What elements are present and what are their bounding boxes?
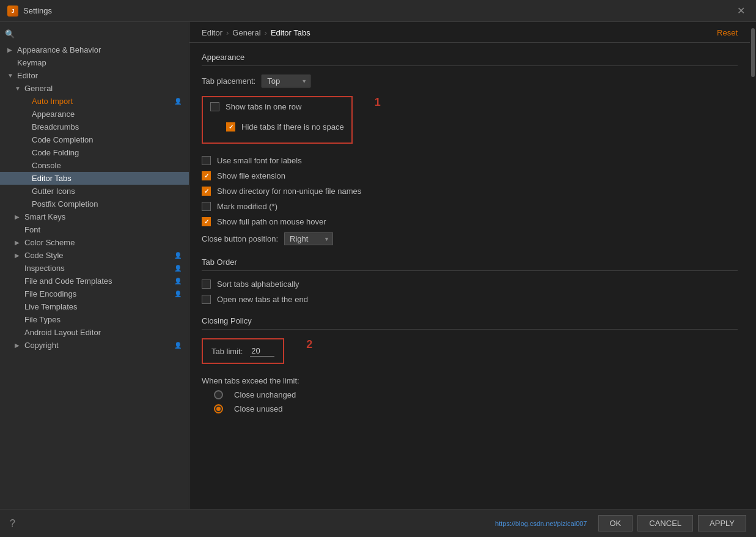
sidebar-item-label: Font [24, 225, 40, 234]
close-unchanged-radio[interactable] [214, 390, 223, 399]
breadcrumb: Editor › General › Editor Tabs [202, 28, 310, 37]
show-file-ext-row: Show file extension [202, 171, 738, 180]
show-file-ext-label: Show file extension [217, 171, 285, 180]
sidebar-item-appearance-behavior[interactable]: ▶ Appearance & Behavior [0, 43, 189, 56]
window-title: Settings [23, 6, 52, 15]
sidebar-item-label: Console [32, 161, 61, 170]
person-icon: 👤 [174, 265, 182, 272]
annotation-1: 1 [375, 96, 381, 109]
arrow-icon: ▶ [7, 46, 15, 53]
help-symbol: ? [10, 518, 15, 528]
closing-policy-section-title: Closing Policy [202, 316, 738, 330]
breadcrumb-sep-2: › [265, 28, 267, 37]
sidebar-item-code-folding[interactable]: Code Folding [0, 146, 189, 159]
show-directory-label: Show directory for non-unique file names [217, 187, 361, 196]
arrow-icon: ▶ [15, 239, 22, 246]
open-new-at-end-checkbox[interactable] [202, 295, 211, 304]
use-small-font-label: Use small font for labels [217, 156, 302, 165]
person-icon: 👤 [174, 98, 182, 105]
annotation-2: 2 [306, 338, 312, 351]
tab-order-section-title: Tab Order [202, 257, 738, 271]
tab-placement-label: Tab placement: [202, 76, 255, 86]
sidebar-item-keymap[interactable]: Keymap [0, 56, 189, 69]
sidebar-item-editor[interactable]: ▼ Editor [0, 69, 189, 82]
sidebar-item-smart-keys[interactable]: ▶ Smart Keys [0, 210, 189, 223]
sidebar-item-label: Editor [17, 71, 38, 80]
close-button[interactable]: ✕ [733, 4, 749, 18]
sidebar-item-live-templates[interactable]: Live Templates [0, 300, 189, 313]
content-body: Appearance Tab placement: Top Bottom Lef… [189, 43, 750, 429]
app-icon: J [7, 6, 18, 17]
tab-limit-label: Tab limit: [211, 347, 243, 356]
sidebar-item-label: Color Scheme [24, 238, 75, 247]
main-layout: 🔍 ▶ Appearance & Behavior Keymap ▼ Edito… [0, 22, 756, 509]
apply-button[interactable]: APPLY [698, 515, 746, 531]
search-bar[interactable]: 🔍 [0, 27, 189, 43]
sort-alpha-checkbox[interactable] [202, 280, 211, 289]
sidebar-item-general[interactable]: ▼ General [0, 82, 189, 95]
arrow-icon: ▼ [7, 72, 15, 79]
when-exceed-label: When tabs exceed the limit: [202, 376, 738, 385]
tab-placement-row: Tab placement: Top Bottom Left Right [202, 75, 738, 87]
person-icon: 👤 [174, 278, 182, 284]
hide-tabs-checkbox[interactable] [226, 122, 235, 131]
mark-modified-label: Mark modified (*) [217, 202, 277, 211]
watermark-text: https://blog.csdn.net/pizicai007 [495, 520, 587, 527]
appearance-section-title: Appearance [202, 53, 738, 66]
sidebar-item-label: Auto Import [32, 97, 73, 106]
sidebar-item-console[interactable]: Console [0, 159, 189, 172]
show-full-path-checkbox[interactable] [202, 217, 211, 226]
open-new-at-end-row: Open new tabs at the end [202, 295, 738, 304]
open-new-at-end-label: Open new tabs at the end [217, 295, 308, 304]
sidebar-item-color-scheme[interactable]: ▶ Color Scheme [0, 236, 189, 249]
sidebar-item-label: File Types [24, 315, 61, 324]
sidebar-item-inspections[interactable]: Inspections 👤 [0, 262, 189, 275]
search-icon: 🔍 [5, 29, 15, 39]
help-icon[interactable]: ? [10, 518, 15, 529]
use-small-font-checkbox[interactable] [202, 156, 211, 165]
close-position-label: Close button position: [202, 234, 278, 243]
breadcrumb-part-2: General [232, 28, 260, 37]
sidebar-item-label: Breadcrumbs [32, 122, 79, 131]
sidebar-item-breadcrumbs[interactable]: Breadcrumbs [0, 120, 189, 133]
hide-tabs-label: Hide tabs if there is no space [241, 122, 344, 131]
close-position-select[interactable]: Right Left None [284, 232, 333, 245]
sidebar-item-code-style[interactable]: ▶ Code Style 👤 [0, 249, 189, 262]
tab-placement-select[interactable]: Top Bottom Left Right [262, 75, 310, 87]
show-directory-row: Show directory for non-unique file names [202, 187, 738, 196]
close-unused-radio[interactable] [214, 404, 223, 413]
show-file-ext-checkbox[interactable] [202, 171, 211, 180]
show-tabs-checkbox[interactable] [210, 102, 219, 111]
sidebar-item-file-code-templates[interactable]: File and Code Templates 👤 [0, 275, 189, 287]
sidebar-item-code-completion[interactable]: Code Completion [0, 133, 189, 146]
sidebar-item-postfix-completion[interactable]: Postfix Completion [0, 198, 189, 210]
mark-modified-checkbox[interactable] [202, 202, 211, 211]
tab-limit-input[interactable] [250, 346, 274, 357]
show-tabs-label: Show tabs in one row [226, 102, 301, 111]
sidebar-item-label: Live Templates [24, 302, 77, 311]
sidebar-item-label: Smart Keys [24, 212, 65, 221]
sidebar-item-appearance[interactable]: Appearance [0, 108, 189, 120]
reset-button[interactable]: Reset [717, 28, 738, 37]
sidebar-item-android-layout-editor[interactable]: Android Layout Editor [0, 326, 189, 339]
tab-placement-select-wrapper[interactable]: Top Bottom Left Right [262, 75, 310, 87]
sidebar-item-copyright[interactable]: ▶ Copyright 👤 [0, 339, 189, 352]
cancel-button[interactable]: CANCEL [637, 515, 693, 531]
show-directory-checkbox[interactable] [202, 187, 211, 196]
sidebar-item-label: Inspections [24, 264, 65, 273]
ok-button[interactable]: OK [598, 515, 633, 531]
sidebar-item-label: General [24, 84, 53, 93]
sidebar-item-file-encodings[interactable]: File Encodings 👤 [0, 287, 189, 300]
show-full-path-row: Show full path on mouse hover [202, 217, 738, 226]
sidebar-item-auto-import[interactable]: Auto Import 👤 [0, 95, 189, 108]
sidebar-item-font[interactable]: Font [0, 223, 189, 236]
footer: ? https://blog.csdn.net/pizicai007 OK CA… [0, 509, 756, 537]
close-position-select-wrapper[interactable]: Right Left None [284, 232, 333, 245]
person-icon: 👤 [174, 342, 182, 349]
scrollbar-thumb[interactable] [751, 28, 755, 77]
close-unchanged-row: Close unchanged [202, 390, 738, 399]
sidebar-item-editor-tabs[interactable]: Editor Tabs [0, 172, 189, 185]
sidebar-item-gutter-icons[interactable]: Gutter Icons [0, 185, 189, 198]
sidebar-item-file-types[interactable]: File Types [0, 313, 189, 326]
close-unused-label: Close unused [234, 404, 283, 413]
